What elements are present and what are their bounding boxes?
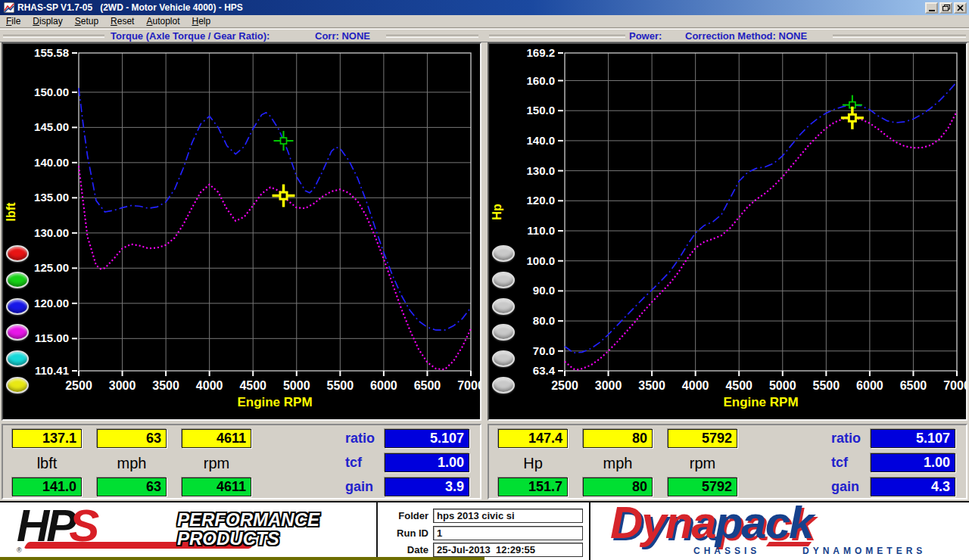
svg-text:Hp: Hp	[491, 204, 503, 220]
svg-text:5500: 5500	[813, 379, 840, 392]
torque-run-button-6[interactable]	[6, 377, 29, 394]
svg-text:7000: 7000	[943, 379, 966, 392]
torque-readout-panel: 137.1 63 4611 lbft mph rpm 141.0 63 4611…	[2, 424, 481, 499]
svg-text:2500: 2500	[65, 379, 92, 392]
menu-item-setup[interactable]: Setup	[69, 15, 104, 27]
tcf-value: 1.00	[385, 453, 469, 472]
date-input[interactable]	[433, 543, 583, 557]
svg-text:3000: 3000	[109, 379, 136, 392]
svg-text:6000: 6000	[370, 379, 397, 392]
dynapack-chassis-text: CHASSIS	[693, 546, 760, 556]
footer: HPS ® PERFORMANCE PRODUCTS Folder Run ID…	[0, 501, 969, 560]
menu-bar: File Display Setup Reset Autoplot Help	[0, 15, 969, 28]
torque-cursor-value-2: 141.0	[12, 478, 82, 496]
svg-text:90.0: 90.0	[533, 284, 555, 297]
tcf-value: 1.00	[871, 453, 955, 472]
power-run-button-3[interactable]	[492, 298, 515, 315]
hps-performance-text: PERFORMANCE	[177, 510, 319, 529]
torque-run-button-1[interactable]	[6, 245, 29, 262]
close-icon	[957, 5, 964, 11]
svg-text:110.0: 110.0	[527, 224, 555, 237]
svg-text:6000: 6000	[856, 379, 883, 392]
svg-text:70.0: 70.0	[533, 344, 555, 357]
power-run-button-6[interactable]	[492, 377, 515, 394]
ratio-value: 5.107	[385, 429, 469, 448]
torque-cursor-value: 137.1	[12, 429, 82, 448]
restore-button[interactable]	[939, 2, 952, 14]
rpm-unit-label: rpm	[182, 455, 251, 472]
svg-text:Engine RPM: Engine RPM	[723, 395, 798, 409]
svg-text:6500: 6500	[414, 379, 441, 392]
speed-unit-label: mph	[97, 455, 167, 472]
gain-value: 3.9	[385, 478, 469, 496]
chart-headers: Torque (Axle Torque / Gear Ratio): Corr:…	[0, 29, 969, 42]
run-id-input[interactable]	[433, 526, 583, 540]
svg-text:115.00: 115.00	[35, 331, 69, 344]
torque-run-button-2[interactable]	[6, 272, 29, 288]
svg-text:125.00: 125.00	[34, 261, 69, 274]
svg-text:7000: 7000	[457, 379, 480, 392]
power-chart-panel: 169.2160.0150.0140.0130.0120.0110.0100.0…	[488, 42, 967, 421]
rpm-unit-label: rpm	[668, 455, 737, 472]
power-cursor-value-2: 151.7	[498, 478, 568, 496]
gain-label: gain	[831, 478, 866, 496]
rpm-cursor-value-2: 4611	[182, 478, 251, 496]
speed-cursor-value-2: 63	[97, 478, 167, 496]
torque-header-correction: Corr: NONE	[315, 30, 370, 42]
svg-text:150.0: 150.0	[526, 104, 555, 117]
power-unit-label: Hp	[498, 455, 568, 472]
ratio-value: 5.107	[871, 429, 955, 448]
svg-text:3500: 3500	[638, 379, 665, 392]
date-label: Date	[379, 544, 428, 555]
menu-item-file[interactable]: File	[0, 15, 26, 27]
restore-icon	[943, 5, 950, 11]
power-run-button-2[interactable]	[492, 272, 515, 288]
torque-run-button-3[interactable]	[6, 298, 29, 315]
charts-row: 155.58150.00145.00140.00135.00130.00125.…	[0, 42, 969, 422]
window-title: RHAS-SP V1.7-05 (2WD - Motor Vehicle 400…	[17, 2, 243, 13]
dynapack-logo-dyna: Dyna	[610, 497, 715, 548]
speed-cursor-value: 63	[97, 429, 167, 448]
minimize-button[interactable]	[925, 2, 938, 14]
svg-text:100.0: 100.0	[526, 254, 555, 267]
svg-text:4500: 4500	[725, 379, 752, 392]
svg-text:130.00: 130.00	[34, 226, 69, 239]
hps-products-text: PRODUCTS	[177, 529, 319, 548]
svg-text:155.58: 155.58	[34, 46, 69, 59]
folder-label: Folder	[379, 510, 428, 521]
svg-text:63.4: 63.4	[533, 364, 556, 377]
svg-text:4500: 4500	[239, 379, 266, 392]
svg-text:140.00: 140.00	[34, 156, 69, 169]
menu-item-autoplot[interactable]: Autoplot	[140, 15, 185, 27]
svg-text:2500: 2500	[551, 379, 578, 392]
menu-item-help[interactable]: Help	[186, 15, 217, 27]
folder-input[interactable]	[433, 509, 583, 523]
menu-item-reset[interactable]: Reset	[104, 15, 140, 27]
title-bar: RHAS-SP V1.7-05 (2WD - Motor Vehicle 400…	[0, 0, 969, 15]
svg-text:5000: 5000	[769, 379, 796, 392]
torque-chart[interactable]: 155.58150.00145.00140.00135.00130.00125.…	[3, 44, 480, 419]
power-chart[interactable]: 169.2160.0150.0140.0130.0120.0110.0100.0…	[489, 44, 966, 419]
readout-row: 137.1 63 4611 lbft mph rpm 141.0 63 4611…	[0, 422, 969, 501]
menu-item-display[interactable]: Display	[26, 15, 68, 27]
ratio-label: ratio	[831, 429, 866, 448]
svg-text:5500: 5500	[327, 379, 354, 392]
app-icon	[4, 2, 14, 13]
svg-text:80.0: 80.0	[533, 314, 555, 327]
torque-chart-panel: 155.58150.00145.00140.00135.00130.00125.…	[2, 42, 481, 421]
svg-text:5000: 5000	[283, 379, 310, 392]
app-window: RHAS-SP V1.7-05 (2WD - Motor Vehicle 400…	[0, 0, 969, 560]
rpm-cursor-value: 4611	[182, 429, 251, 448]
ratio-label: ratio	[345, 429, 380, 448]
speed-cursor-value: 80	[583, 429, 653, 448]
svg-text:4000: 4000	[196, 379, 223, 392]
svg-text:3000: 3000	[595, 379, 622, 392]
svg-text:Engine RPM: Engine RPM	[237, 395, 312, 409]
tcf-label: tcf	[831, 453, 866, 472]
svg-text:110.41: 110.41	[35, 364, 69, 377]
svg-text:135.00: 135.00	[34, 191, 69, 204]
power-run-button-1[interactable]	[492, 245, 515, 262]
speed-unit-label: mph	[583, 455, 653, 472]
close-button[interactable]	[954, 2, 967, 14]
svg-text:150.00: 150.00	[34, 86, 69, 98]
